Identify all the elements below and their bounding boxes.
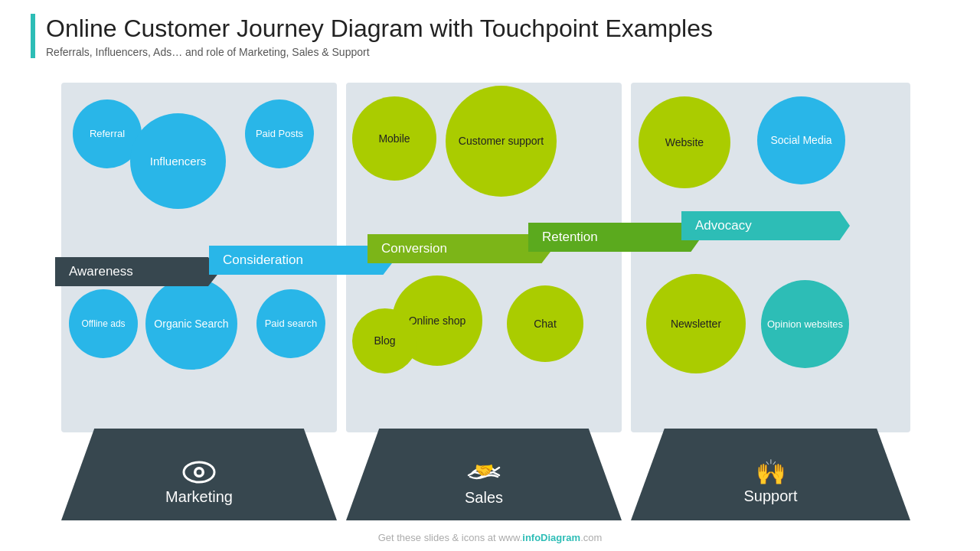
panel-footer-content-sales: 🤝 Sales xyxy=(346,429,622,520)
circle-customer-support: Customer support xyxy=(446,86,557,197)
circle-chat: Chat xyxy=(507,285,583,362)
eye-icon xyxy=(182,459,216,485)
page-title: Online Customer Journey Diagram with Tou… xyxy=(46,14,949,43)
panel-footer-label-marketing: Marketing xyxy=(165,488,233,506)
footer-watermark: Get these slides & icons at www.infoDiag… xyxy=(0,532,980,543)
panel-sales: Mobile Customer support Online shop Blog… xyxy=(346,83,622,520)
circle-website: Website xyxy=(639,96,730,188)
banner-advocacy: Advocacy xyxy=(681,211,850,240)
panel-support: Website Social Media Newsletter Opinion … xyxy=(631,83,910,520)
banner-awareness-bg: Awareness xyxy=(55,257,220,286)
banner-retention: Retention xyxy=(528,223,701,252)
panel-footer-marketing: Marketing xyxy=(61,429,337,520)
header: Online Customer Journey Diagram with Tou… xyxy=(0,0,980,64)
page-subtitle: Referrals, Influencers, Ads… and role of… xyxy=(46,46,949,58)
banner-consideration: Consideration xyxy=(209,246,394,275)
circle-influencers: Influencers xyxy=(130,113,226,209)
circle-blog: Blog xyxy=(352,308,417,373)
banner-consideration-label: Consideration xyxy=(223,253,303,268)
svg-point-2 xyxy=(197,469,202,474)
circle-paid-posts: Paid Posts xyxy=(245,99,314,168)
banner-retention-bg: Retention xyxy=(528,223,701,252)
circle-mobile: Mobile xyxy=(352,96,436,181)
panel-footer-sales: 🤝 Sales xyxy=(346,429,622,520)
handshake-icon: 🤝 xyxy=(464,458,504,486)
support-icon: 🙌 xyxy=(756,460,786,484)
panel-footer-content-marketing: Marketing xyxy=(61,429,337,520)
panel-marketing: Referral Influencers Paid Posts Offline … xyxy=(61,83,337,520)
panel-footer-label-support: Support xyxy=(743,487,797,505)
banner-advocacy-label: Advocacy xyxy=(695,218,752,233)
circle-organic-search: Organic Search xyxy=(145,278,237,370)
svg-text:🤝: 🤝 xyxy=(475,461,494,479)
circle-social-media: Social Media xyxy=(757,96,845,184)
circle-opinion-websites: Opinion websites xyxy=(761,280,849,368)
diagram-container: Referral Influencers Paid Posts Offline … xyxy=(61,83,946,520)
circle-offline-ads: Offline ads xyxy=(69,289,138,358)
banner-awareness-label: Awareness xyxy=(69,264,133,279)
banner-conversion-bg: Conversion xyxy=(368,234,553,263)
banner-conversion-label: Conversion xyxy=(381,241,447,256)
panel-footer-label-sales: Sales xyxy=(465,489,503,507)
banner-advocacy-bg: Advocacy xyxy=(681,211,850,240)
banner-conversion: Conversion xyxy=(368,234,553,263)
banner-retention-label: Retention xyxy=(542,230,598,245)
banner-consideration-bg: Consideration xyxy=(209,246,394,275)
panel-footer-content-support: 🙌 Support xyxy=(631,429,910,520)
accent-bar xyxy=(31,14,35,58)
circle-newsletter: Newsletter xyxy=(646,274,746,373)
panel-footer-support: 🙌 Support xyxy=(631,429,910,520)
circle-paid-search: Paid search xyxy=(256,289,325,358)
banner-awareness: Awareness xyxy=(55,257,220,286)
